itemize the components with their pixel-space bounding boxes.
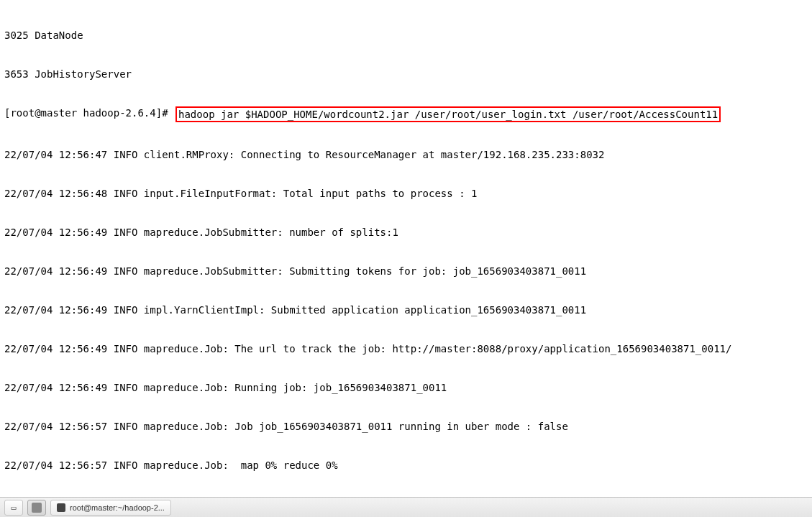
terminal-line: 22/07/04 12:56:49 INFO mapreduce.JobSubm… xyxy=(4,265,808,278)
taskbar-window-title: root@master:~/hadoop-2... xyxy=(70,501,165,514)
prompt-line: [root@master hadoop-2.6.4]# hadoop jar $… xyxy=(4,106,808,122)
show-desktop-button[interactable]: ▭ xyxy=(4,500,23,516)
taskbar: ▭ root@master:~/hadoop-2... xyxy=(0,497,812,517)
terminal-window-icon xyxy=(57,503,65,512)
terminal-taskbar-button[interactable] xyxy=(27,500,46,516)
terminal-output[interactable]: 3025 DataNode 3653 JobHistoryServer [roo… xyxy=(0,0,812,497)
desktop-icon: ▭ xyxy=(11,501,16,514)
terminal-line: 22/07/04 12:56:57 INFO mapreduce.Job: Jo… xyxy=(4,420,808,433)
terminal-line: 22/07/04 12:56:47 INFO client.RMProxy: C… xyxy=(4,148,808,161)
terminal-line: 3025 DataNode xyxy=(4,29,808,42)
terminal-line: 22/07/04 12:56:49 INFO mapreduce.JobSubm… xyxy=(4,226,808,239)
terminal-icon xyxy=(32,503,42,513)
terminal-line: 22/07/04 12:56:49 INFO impl.YarnClientIm… xyxy=(4,303,808,316)
terminal-line: 3653 JobHistoryServer xyxy=(4,68,808,81)
terminal-line: 22/07/04 12:56:48 INFO input.FileInputFo… xyxy=(4,187,808,200)
command-highlight: hadoop jar $HADOOP_HOME/wordcount2.jar /… xyxy=(175,106,721,122)
terminal-line: 22/07/04 12:56:49 INFO mapreduce.Job: Ru… xyxy=(4,381,808,394)
shell-prompt: [root@master hadoop-2.6.4]# xyxy=(4,106,174,122)
taskbar-window-entry[interactable]: root@master:~/hadoop-2... xyxy=(50,500,171,516)
terminal-line: 22/07/04 12:56:57 INFO mapreduce.Job: ma… xyxy=(4,459,808,472)
terminal-line: 22/07/04 12:56:49 INFO mapreduce.Job: Th… xyxy=(4,342,808,355)
